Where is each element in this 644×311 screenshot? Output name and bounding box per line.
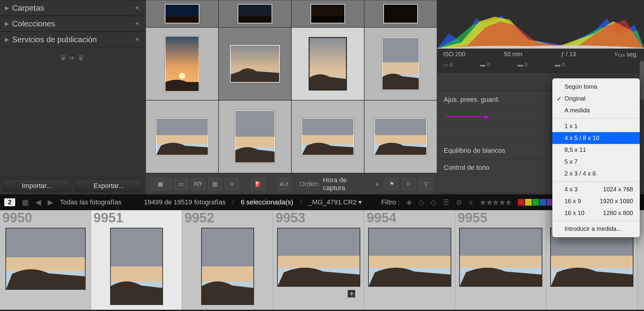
svg-rect-18 xyxy=(235,137,275,147)
svg-rect-15 xyxy=(156,135,208,144)
annotation-arrow-icon xyxy=(446,116,489,117)
grid-cell[interactable] xyxy=(219,27,291,100)
color-swatch[interactable] xyxy=(518,199,524,206)
exif-fstop: ƒ / 13 xyxy=(561,51,576,58)
grid-cell[interactable] xyxy=(364,27,437,100)
crop-badge-icon: ✛ xyxy=(347,290,355,298)
filter-settings-icon[interactable]: ☰ xyxy=(443,198,449,207)
menu-item-original[interactable]: Original xyxy=(552,93,640,104)
filmstrip-cell[interactable]: 9955 xyxy=(455,210,546,310)
grid-mini-icon[interactable]: ▦ xyxy=(22,198,29,207)
source-label[interactable]: Todas las fotografías xyxy=(60,198,121,206)
menu-item-as-shot[interactable]: Según toma xyxy=(552,81,640,93)
flag-filter-icon[interactable]: ◇ xyxy=(431,198,436,207)
filter-menu-icon[interactable]: ▽ xyxy=(419,178,433,190)
svg-rect-5 xyxy=(311,15,344,23)
menu-item-85x11[interactable]: 8,5 x 11 xyxy=(552,144,640,156)
color-swatch[interactable] xyxy=(540,199,546,206)
separator: ≥ xyxy=(469,198,473,206)
grid-cell[interactable] xyxy=(291,100,364,173)
loupe-view-icon[interactable]: ▭ xyxy=(174,178,188,190)
flag-filter-icon[interactable]: ◇ xyxy=(419,198,424,207)
filmstrip-cell[interactable]: 9951 xyxy=(91,210,182,310)
filmstrip-cell[interactable]: 9953 ✛ xyxy=(273,210,364,310)
menu-item-1x1[interactable]: 1 x 1 xyxy=(552,120,640,132)
grid-cell[interactable] xyxy=(146,100,219,173)
exif-iso: ISO 200 xyxy=(443,51,465,58)
left-sidebar: ▶ Carpetas +. ▶ Colecciones +. ▶ Servici… xyxy=(0,0,146,194)
svg-rect-42 xyxy=(460,256,542,268)
grid-cell[interactable] xyxy=(219,0,291,27)
ornament-icon: ❦❧❦ xyxy=(0,47,146,68)
menu-item-custom[interactable]: A medida xyxy=(552,104,640,116)
frame-number: 9955 xyxy=(458,210,487,225)
grid-cell-selected[interactable] xyxy=(291,27,364,100)
panel-publish[interactable]: ▶ Servicios de publicación +. xyxy=(0,32,146,47)
export-button[interactable]: Exportar... xyxy=(75,179,143,192)
grid-cell[interactable] xyxy=(364,0,437,27)
exif-row: ISO 200 50 mm ƒ / 13 ¹⁄₁₂₅ seg. xyxy=(437,49,644,60)
svg-rect-21 xyxy=(302,135,354,144)
frame-number: 9952 xyxy=(185,210,214,225)
color-swatch[interactable] xyxy=(525,199,532,206)
sort-direction-icon[interactable]: a↓z xyxy=(277,178,291,190)
menu-item-16x10[interactable]: 16 x 101280 x 800 xyxy=(552,207,640,219)
color-swatch[interactable] xyxy=(532,199,539,206)
sort-label: Orden: xyxy=(300,180,320,188)
grid-cell[interactable] xyxy=(146,27,219,100)
grid-toolbar: ▦ ▭ X|Y ▥ ☺ ⛽ a↓z Orden: Hora de captura… xyxy=(146,173,437,194)
grid-view-icon[interactable]: ▦ xyxy=(150,178,171,190)
grid-cell[interactable] xyxy=(219,100,291,173)
nav-fwd-icon[interactable]: ▶ xyxy=(48,198,53,207)
add-icon[interactable]: +. xyxy=(135,36,141,43)
menu-item-enter-custom[interactable]: Introducir a medida... xyxy=(552,223,640,235)
filmstrip[interactable]: 9950 9951 9952 9953 ✛ 9954 9955 xyxy=(0,210,644,310)
filter-settings-icon[interactable]: ⊘ xyxy=(456,198,462,207)
meta2-v3: ▬ 0 xyxy=(555,62,565,68)
disclosure-icon: ▶ xyxy=(5,36,9,43)
exif-focal: 50 mm xyxy=(504,51,522,58)
menu-item-16x9[interactable]: 16 x 91920 x 1080 xyxy=(552,195,640,207)
menu-item-5x7[interactable]: 5 x 7 xyxy=(552,156,640,168)
panel-folders[interactable]: ▶ Carpetas +. xyxy=(0,0,146,16)
flag-icon[interactable]: ⚑ xyxy=(385,178,399,190)
filename-label[interactable]: _MG_4791.CR2 ▾ xyxy=(308,198,362,206)
caret-icon: ◆ xyxy=(375,182,379,186)
survey-view-icon[interactable]: ▥ xyxy=(208,178,222,190)
people-view-icon[interactable]: ☺ xyxy=(225,178,239,190)
count-label: 19499 de 19519 fotografías xyxy=(144,198,225,206)
menu-separator xyxy=(552,221,640,221)
disclosure-icon: ▶ xyxy=(5,20,9,27)
filmstrip-cell[interactable]: 9952 xyxy=(182,210,273,310)
grid-cell[interactable] xyxy=(291,0,364,27)
filmstrip-cell[interactable]: 9954 xyxy=(364,210,455,310)
rating-filter[interactable]: ★★★★★ xyxy=(479,197,511,207)
scrollbar-thumb[interactable] xyxy=(640,61,644,100)
import-button[interactable]: Importar... xyxy=(3,179,71,192)
add-icon[interactable]: +. xyxy=(135,20,141,28)
compare-view-icon[interactable]: X|Y xyxy=(191,178,205,190)
flag-filter-icon[interactable]: ◈ xyxy=(406,198,412,207)
crop-ratio-menu[interactable]: Según toma Original A medida 1 x 1 4 x 5… xyxy=(552,78,640,237)
spray-icon[interactable]: ⛽ xyxy=(251,178,265,190)
menu-item-2x3[interactable]: 2 x 3 / 4 x 6 xyxy=(552,168,640,179)
menu-item-4x3[interactable]: 4 x 31024 x 768 xyxy=(552,183,640,195)
nav-back-icon[interactable]: ◀ xyxy=(36,198,41,207)
grid-cell[interactable] xyxy=(364,100,437,173)
exif-row2: ▭ 6 ▬ 0 ▬ 0 ▬ 0 xyxy=(437,60,644,73)
panel-collections[interactable]: ▶ Colecciones +. xyxy=(0,16,146,32)
grid-cell[interactable] xyxy=(146,0,219,27)
svg-rect-45 xyxy=(551,256,633,268)
svg-rect-33 xyxy=(202,266,253,282)
add-icon[interactable]: +. xyxy=(135,4,141,12)
menu-item-4x5[interactable]: 4 x 5 / 8 x 10 xyxy=(552,132,640,144)
svg-rect-27 xyxy=(6,257,85,271)
svg-rect-3 xyxy=(238,16,272,23)
sort-value[interactable]: Hora de captura xyxy=(323,176,371,192)
secondary-display-badge[interactable]: 2 xyxy=(4,198,15,206)
svg-point-8 xyxy=(179,73,185,79)
panel-label: Servicios de publicación xyxy=(12,35,135,44)
filmstrip-cell[interactable]: 9950 xyxy=(0,210,91,310)
reject-icon[interactable]: ⚐ xyxy=(402,178,416,190)
meta2-v1: ▬ 0 xyxy=(480,62,490,68)
